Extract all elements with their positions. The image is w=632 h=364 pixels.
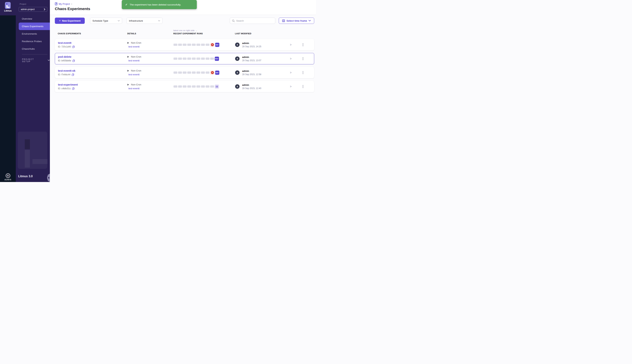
empty-run-pill (183, 86, 187, 88)
plus-icon: + (59, 19, 61, 22)
litmus-logo-icon[interactable] (5, 2, 11, 9)
experiment-ref-link[interactable]: test-eventt (128, 59, 174, 62)
row-menu-button[interactable] (301, 43, 305, 46)
empty-run-pill (201, 72, 205, 74)
runs-annotation: latest one on right side → (173, 29, 235, 32)
schedule-type-select[interactable]: Schedule Type (90, 18, 122, 24)
avatar: A (235, 56, 240, 61)
empty-run-pill (192, 44, 196, 46)
empty-run-pill (187, 72, 191, 74)
experiment-name-link[interactable]: pod-delete (58, 55, 128, 58)
empty-run-pill (210, 58, 214, 60)
column-header-modified: LAST MODIFIED (235, 32, 290, 35)
empty-run-pill (206, 86, 209, 88)
empty-run-pill (178, 86, 182, 88)
user-avatar[interactable]: A (6, 174, 10, 178)
logo-block: Litmus (0, 0, 16, 16)
experiment-id: ID: 720c1d40 (58, 46, 128, 48)
copy-icon[interactable] (72, 74, 74, 76)
modified-by: admin (242, 70, 261, 72)
experiment-row: test-eventt-okID: f7e9dc44Non-Crontest-e… (55, 67, 314, 78)
content: + New Experiment Schedule Type Infrastru… (50, 18, 316, 92)
sidebar-nav: OverviewChaos ExperimentsEnvironmentsRes… (16, 15, 50, 52)
search-input[interactable] (236, 20, 273, 22)
empty-run-pill (174, 72, 177, 74)
sidebar-divider (22, 54, 47, 54)
app-root: Litmus A ADMIN Project admin-project Ove… (0, 0, 316, 182)
failed-run-icon[interactable]: ✕ (210, 43, 214, 47)
row-menu-button[interactable] (301, 57, 305, 60)
schedule-type-icon (128, 84, 129, 86)
experiment-id: ID: c4b8c51c (58, 87, 128, 90)
run-experiment-button[interactable] (290, 86, 292, 88)
experiment-ref-link[interactable]: test-eventt (128, 73, 174, 76)
breadcrumb-project-icon (55, 2, 58, 5)
project-selector[interactable]: admin-project (19, 7, 47, 12)
schedule-type: Non-Cron (131, 83, 141, 86)
avatar: A (235, 70, 240, 75)
breadcrumb-link[interactable]: My Project (59, 2, 70, 5)
schedule-type: Non-Cron (131, 55, 141, 58)
sidebar-item-chaos-experiments[interactable]: Chaos Experiments (19, 22, 50, 30)
chevron-down-icon (48, 60, 50, 61)
select-time-frame-button[interactable]: Select time frame (279, 18, 314, 24)
running-run-icon[interactable] (215, 43, 219, 47)
experiment-name-link[interactable]: test-eventt (58, 42, 128, 44)
user-block: A ADMIN (0, 174, 16, 181)
recent-runs: ✕ (174, 43, 235, 47)
modified-time: 28 Sep 2023, 12:58 (242, 73, 261, 76)
empty-run-pill (201, 86, 205, 88)
empty-run-pill (201, 58, 205, 60)
experiment-row: test-eventtID: 720c1d40Non-Crontest-even… (55, 39, 314, 50)
sidebar-item-resilience-probes[interactable]: Resilience Probes (16, 38, 50, 45)
modified-time: 28 Sep 2023, 13:07 (242, 59, 261, 62)
empty-run-pill (178, 58, 182, 60)
sidebar-item-environments[interactable]: Environments (16, 30, 50, 38)
sidebar-item-overview[interactable]: Overview (16, 15, 50, 22)
empty-run-pill (206, 44, 209, 46)
row-menu-button[interactable] (301, 71, 305, 74)
experiment-ref-link[interactable]: test-eventt (128, 45, 174, 48)
chevron-right-icon (44, 8, 45, 10)
run-experiment-button[interactable] (290, 58, 292, 60)
empty-run-pill (178, 44, 182, 46)
empty-run-pill (187, 44, 191, 46)
experiment-id: ID: b455bb6e (58, 60, 128, 62)
empty-run-pill (192, 72, 196, 74)
empty-run-pill (196, 44, 200, 46)
recent-runs: ✕ (174, 70, 235, 75)
modified-by: admin (242, 56, 261, 58)
copy-icon[interactable] (72, 88, 75, 90)
litmus-watermark (18, 132, 47, 169)
chevron-down-icon (118, 20, 120, 22)
running-run-icon[interactable] (215, 70, 219, 75)
new-experiment-button[interactable]: + New Experiment (55, 18, 85, 24)
column-header-runs: RECENT EXPERIMENT RUNS (173, 32, 235, 35)
avatar: A (235, 84, 240, 89)
infrastructure-select[interactable]: Infrastructure (127, 18, 163, 24)
run-experiment-button[interactable] (290, 72, 292, 74)
copy-icon[interactable] (73, 60, 75, 62)
failed-run-icon[interactable]: ✕ (210, 70, 214, 75)
page-title: Chaos Experiments (55, 6, 90, 11)
experiment-ref-link[interactable]: test-eventt (128, 87, 174, 90)
sidebar-item-chaoshubs[interactable]: ChaosHubs (16, 45, 50, 52)
row-menu-button[interactable] (301, 85, 305, 88)
run-experiment-button[interactable] (290, 44, 292, 46)
recent-runs (174, 84, 235, 89)
chevron-down-icon (308, 20, 311, 22)
empty-run-pill (196, 72, 200, 74)
running-run-icon[interactable] (215, 57, 219, 61)
paused-run-icon[interactable] (215, 84, 219, 89)
toast-message: The experiment has been deleted successf… (130, 3, 181, 6)
empty-run-pill (183, 44, 187, 46)
copy-icon[interactable] (72, 46, 75, 48)
project-selector-value: admin-project (21, 8, 35, 11)
experiment-name-link[interactable]: test-eventt-ok (58, 69, 128, 72)
recent-runs (174, 57, 235, 61)
experiment-name-link[interactable]: test-experiment (58, 83, 128, 86)
success-toast[interactable]: ✓ The experiment has been deleted succes… (122, 0, 197, 9)
breadcrumb: My Project › (55, 2, 72, 5)
sidebar-item-project-setup[interactable]: PROJECT SETUP (22, 58, 50, 62)
schedule-type-icon (128, 70, 129, 72)
